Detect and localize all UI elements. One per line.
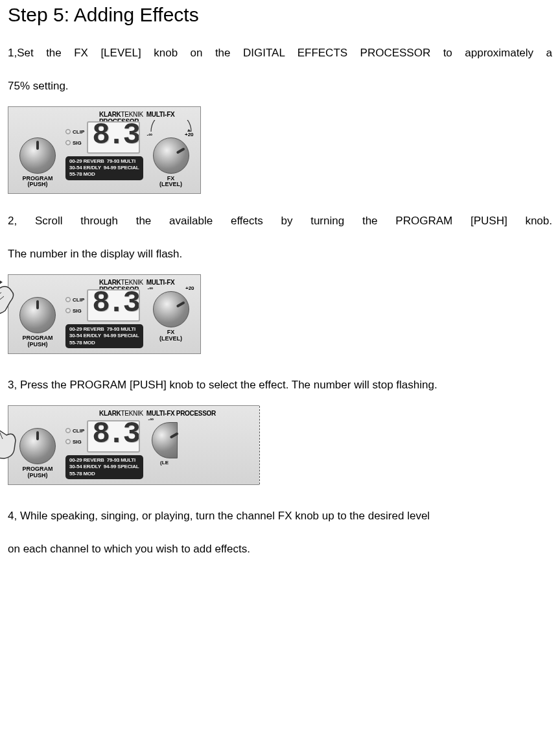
legend3-line-3: 55-78 MOD [69,471,95,477]
step2-text-line2: The number in the display will flash. [8,241,552,268]
program2-knob [19,297,56,333]
fx-processor-figure-2: KLARKTEKNIK MULTI-FX PROCESSOR PROGRAM (… [8,274,201,354]
program3-label-text: PROGRAM [23,466,53,472]
fx3-level-knob [152,422,178,458]
fx-pos-label: +20 [185,132,194,137]
lcd3-display: 8.3. [87,420,140,453]
step1-text-line1: 1,Set the FX [LEVEL] knob on the DIGITAL… [8,40,552,67]
program3-legend: 00-29 REVERB 79-93 MULTI 30-54 ER/DLY 94… [65,455,143,479]
step1-text-line2: 75% setting. [8,73,552,100]
clip3-led-icon [65,428,71,433]
legend-line-1: 00-29 REVERB 79-93 MULTI [69,158,135,164]
program2-knob-label: PROGRAM (PUSH) [23,335,53,348]
fx-processor-figure-1: KLARKTEKNIK MULTI-FX PROCESSOR PROGRAM (… [8,106,201,195]
program-knob [19,137,56,174]
fx3-neg-label: -∞ [148,416,154,422]
fx-neg-label: -∞ [147,132,152,137]
program-label-text: PROGRAM [23,175,53,182]
legend-line-3: 55-78 MOD [69,171,95,177]
program2-sub-text: (PUSH) [28,341,48,348]
fx2-sub-text: (LEVEL) [159,335,182,342]
step2-text-line1: 2, Scroll through the available effects … [8,208,552,235]
legend2-line-2: 30-54 ER/DLY 94-99 SPECIAL [69,333,139,338]
clip3-label: CLIP [73,428,84,434]
fx3-sub-text: (LE [160,460,169,466]
lcd2-display: 8.3. [87,289,140,322]
brand3-prefix: KLARK [99,410,121,417]
hand-turning-icon [0,278,21,320]
legend-line-2: 30-54 ER/DLY 94-99 SPECIAL [69,165,139,171]
program2-knob-column: PROGRAM (PUSH) [14,280,62,348]
brand3-suffix: TEKNIK [121,410,143,417]
clip2-led-icon [65,297,71,302]
sig2-label: SIG [73,308,82,314]
program-knob-label: PROGRAM (PUSH) [23,176,53,189]
sig3-label: SIG [73,439,82,445]
step3-text: 3, Press the PROGRAM [PUSH] knob to sele… [8,372,552,399]
brand2-prefix: KLARK [99,279,121,286]
step4-text-line1: 4, While speaking, singing, or playing, … [8,503,552,530]
sig2-led-icon [65,308,71,313]
sig3-led-icon [65,439,71,444]
legend2-line-3: 55-78 MOD [69,340,95,346]
fx2-label-text: FX [167,329,175,335]
fx-level-knob [153,137,189,174]
legend3-line-1: 00-29 REVERB 79-93 MULTI [69,457,135,463]
program2-label-text: PROGRAM [23,335,53,341]
step4-text-line2: on each channel to which you wish to add… [8,536,552,563]
sig-label: SIG [73,140,82,146]
lcd-value: 8.3. [92,121,140,152]
fx-processor-figure-3: KLARKTEKNIK MULTI-FX PROCESSOR PROGRAM(P… [8,405,259,485]
fx-knob-label: FX (LEVEL) [159,176,182,189]
brand-suffix: TEKNIK [121,111,143,118]
heading-step5: Step 5: Adding Effects [8,4,552,26]
brand-prefix: KLARK [99,111,121,118]
lcd2-value: 8.3. [92,289,140,320]
status-column: CLIP SIG [65,121,84,154]
program-knob-column: PROGRAM (PUSH) [14,112,62,189]
clip2-label: CLIP [73,297,84,303]
brand2-suffix: TEKNIK [121,279,143,286]
clip-label: CLIP [73,129,84,135]
program2-legend: 00-29 REVERB 79-93 MULTI 30-54 ER/DLY 94… [65,324,143,348]
lcd-display: 8.3. [87,121,140,154]
program3-knob [19,428,56,464]
lcd3-value: 8.3. [92,420,140,451]
legend2-line-1: 00-29 REVERB 79-93 MULTI [69,326,135,332]
program3-sub-text: (PUSH) [28,472,48,479]
center-column: CLIP SIG 8.3. 00-29 REVERB 79-93 MULTI 3… [65,112,143,189]
sig-led-icon [65,140,71,145]
program-sub-text: (PUSH) [28,181,48,187]
legend3-line-2: 30-54 ER/DLY 94-99 SPECIAL [69,464,139,469]
fx-label-text: FX [167,175,175,182]
hand-pressing-icon [0,421,21,462]
clip-led-icon [65,129,71,134]
fx2-neg-label: -∞ [148,285,153,291]
fx-arc-icon [147,120,195,133]
fx2-level-knob [153,291,189,327]
program-legend: 00-29 REVERB 79-93 MULTI 30-54 ER/DLY 94… [65,156,143,180]
fx2-pos-label: +20 [185,285,194,291]
fx-knob-column: -∞+20 FX (LEVEL) [147,112,195,189]
fx-sub-text: (LEVEL) [159,181,182,187]
